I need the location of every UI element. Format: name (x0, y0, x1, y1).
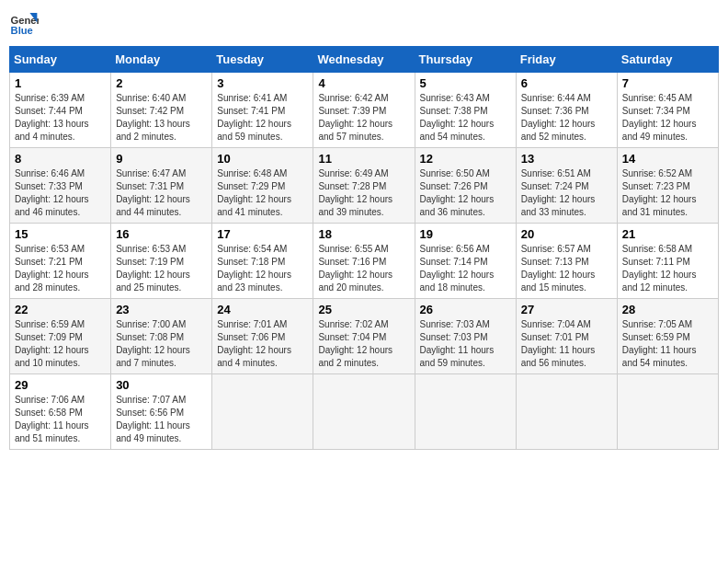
column-header-thursday: Thursday (415, 47, 516, 73)
column-header-saturday: Saturday (617, 47, 718, 73)
day-number: 17 (217, 227, 308, 241)
day-detail: Sunrise: 6:40 AMSunset: 7:42 PMDaylight:… (116, 92, 207, 144)
day-detail: Sunrise: 7:05 AMSunset: 6:59 PMDaylight:… (622, 318, 713, 370)
day-detail: Sunrise: 7:06 AMSunset: 6:58 PMDaylight:… (15, 394, 106, 445)
day-cell-4: 4Sunrise: 6:42 AMSunset: 7:39 PMDaylight… (313, 73, 415, 148)
day-detail: Sunrise: 7:03 AMSunset: 7:03 PMDaylight:… (420, 318, 511, 370)
day-cell-27: 27Sunrise: 7:04 AMSunset: 7:01 PMDayligh… (516, 299, 617, 374)
day-number: 5 (420, 76, 511, 90)
day-cell-6: 6Sunrise: 6:44 AMSunset: 7:36 PMDaylight… (516, 73, 617, 148)
day-detail: Sunrise: 6:48 AMSunset: 7:29 PMDaylight:… (217, 167, 308, 219)
day-cell-29: 29Sunrise: 7:06 AMSunset: 6:58 PMDayligh… (10, 374, 111, 450)
day-detail: Sunrise: 6:45 AMSunset: 7:34 PMDaylight:… (622, 92, 713, 144)
day-detail: Sunrise: 6:54 AMSunset: 7:18 PMDaylight:… (217, 243, 308, 294)
day-number: 14 (622, 152, 713, 166)
day-number: 6 (521, 76, 612, 90)
day-cell-7: 7Sunrise: 6:45 AMSunset: 7:34 PMDaylight… (617, 73, 718, 148)
day-cell-15: 15Sunrise: 6:53 AMSunset: 7:21 PMDayligh… (10, 224, 111, 299)
day-detail: Sunrise: 6:51 AMSunset: 7:24 PMDaylight:… (521, 167, 612, 219)
day-number: 25 (318, 303, 409, 316)
day-detail: Sunrise: 6:44 AMSunset: 7:36 PMDaylight:… (521, 92, 612, 144)
day-number: 26 (420, 303, 511, 316)
day-cell-28: 28Sunrise: 7:05 AMSunset: 6:59 PMDayligh… (617, 299, 718, 374)
day-cell-16: 16Sunrise: 6:53 AMSunset: 7:19 PMDayligh… (111, 224, 212, 299)
day-number: 23 (116, 303, 207, 316)
day-cell-2: 2Sunrise: 6:40 AMSunset: 7:42 PMDaylight… (111, 73, 212, 148)
day-number: 12 (420, 152, 511, 166)
week-row-5: 29Sunrise: 7:06 AMSunset: 6:58 PMDayligh… (10, 374, 719, 450)
day-number: 2 (116, 76, 207, 90)
week-row-1: 1Sunrise: 6:39 AMSunset: 7:44 PMDaylight… (10, 73, 719, 148)
day-number: 1 (15, 76, 106, 90)
day-detail: Sunrise: 6:42 AMSunset: 7:39 PMDaylight:… (318, 92, 409, 144)
day-detail: Sunrise: 6:41 AMSunset: 7:41 PMDaylight:… (217, 92, 308, 144)
column-header-wednesday: Wednesday (313, 47, 415, 73)
day-cell-20: 20Sunrise: 6:57 AMSunset: 7:13 PMDayligh… (516, 224, 617, 299)
empty-cell (516, 374, 617, 450)
day-number: 4 (318, 76, 409, 90)
day-detail: Sunrise: 7:00 AMSunset: 7:08 PMDaylight:… (116, 318, 207, 370)
day-cell-9: 9Sunrise: 6:47 AMSunset: 7:31 PMDaylight… (111, 148, 212, 224)
empty-cell (212, 374, 313, 450)
column-header-monday: Monday (111, 47, 212, 73)
day-detail: Sunrise: 6:43 AMSunset: 7:38 PMDaylight:… (420, 92, 511, 144)
day-number: 22 (15, 303, 106, 316)
day-cell-24: 24Sunrise: 7:01 AMSunset: 7:06 PMDayligh… (212, 299, 313, 374)
day-number: 8 (15, 152, 106, 166)
day-number: 27 (521, 303, 612, 316)
day-detail: Sunrise: 6:47 AMSunset: 7:31 PMDaylight:… (116, 167, 207, 219)
day-number: 10 (217, 152, 308, 166)
day-cell-23: 23Sunrise: 7:00 AMSunset: 7:08 PMDayligh… (111, 299, 212, 374)
day-detail: Sunrise: 6:52 AMSunset: 7:23 PMDaylight:… (622, 167, 713, 219)
day-number: 21 (622, 227, 713, 241)
day-detail: Sunrise: 6:50 AMSunset: 7:26 PMDaylight:… (420, 167, 511, 219)
day-detail: Sunrise: 7:07 AMSunset: 6:56 PMDaylight:… (116, 394, 207, 445)
page-header: General Blue (9, 9, 719, 39)
week-row-3: 15Sunrise: 6:53 AMSunset: 7:21 PMDayligh… (10, 224, 719, 299)
day-detail: Sunrise: 7:02 AMSunset: 7:04 PMDaylight:… (318, 318, 409, 370)
week-row-2: 8Sunrise: 6:46 AMSunset: 7:33 PMDaylight… (10, 148, 719, 224)
day-cell-3: 3Sunrise: 6:41 AMSunset: 7:41 PMDaylight… (212, 73, 313, 148)
day-cell-5: 5Sunrise: 6:43 AMSunset: 7:38 PMDaylight… (415, 73, 516, 148)
day-number: 28 (622, 303, 713, 316)
empty-cell (313, 374, 415, 450)
logo: General Blue (9, 9, 39, 39)
day-number: 9 (116, 152, 207, 166)
day-detail: Sunrise: 7:01 AMSunset: 7:06 PMDaylight:… (217, 318, 308, 370)
day-detail: Sunrise: 6:46 AMSunset: 7:33 PMDaylight:… (15, 167, 106, 219)
day-number: 30 (116, 378, 207, 392)
column-header-sunday: Sunday (10, 47, 111, 73)
day-detail: Sunrise: 6:53 AMSunset: 7:21 PMDaylight:… (15, 243, 106, 294)
day-detail: Sunrise: 6:39 AMSunset: 7:44 PMDaylight:… (15, 92, 106, 144)
svg-text:Blue: Blue (11, 25, 33, 36)
day-detail: Sunrise: 6:49 AMSunset: 7:28 PMDaylight:… (318, 167, 409, 219)
day-cell-12: 12Sunrise: 6:50 AMSunset: 7:26 PMDayligh… (415, 148, 516, 224)
day-cell-8: 8Sunrise: 6:46 AMSunset: 7:33 PMDaylight… (10, 148, 111, 224)
day-detail: Sunrise: 6:59 AMSunset: 7:09 PMDaylight:… (15, 318, 106, 370)
empty-cell (415, 374, 516, 450)
day-cell-26: 26Sunrise: 7:03 AMSunset: 7:03 PMDayligh… (415, 299, 516, 374)
day-cell-22: 22Sunrise: 6:59 AMSunset: 7:09 PMDayligh… (10, 299, 111, 374)
week-row-4: 22Sunrise: 6:59 AMSunset: 7:09 PMDayligh… (10, 299, 719, 374)
day-detail: Sunrise: 6:57 AMSunset: 7:13 PMDaylight:… (521, 243, 612, 294)
day-cell-13: 13Sunrise: 6:51 AMSunset: 7:24 PMDayligh… (516, 148, 617, 224)
day-cell-30: 30Sunrise: 7:07 AMSunset: 6:56 PMDayligh… (111, 374, 212, 450)
day-number: 3 (217, 76, 308, 90)
day-number: 20 (521, 227, 612, 241)
day-number: 13 (521, 152, 612, 166)
day-number: 15 (15, 227, 106, 241)
day-cell-10: 10Sunrise: 6:48 AMSunset: 7:29 PMDayligh… (212, 148, 313, 224)
day-cell-19: 19Sunrise: 6:56 AMSunset: 7:14 PMDayligh… (415, 224, 516, 299)
column-header-tuesday: Tuesday (212, 47, 313, 73)
calendar-table: SundayMondayTuesdayWednesdayThursdayFrid… (9, 46, 719, 450)
day-detail: Sunrise: 7:04 AMSunset: 7:01 PMDaylight:… (521, 318, 612, 370)
day-number: 19 (420, 227, 511, 241)
column-header-friday: Friday (516, 47, 617, 73)
day-detail: Sunrise: 6:53 AMSunset: 7:19 PMDaylight:… (116, 243, 207, 294)
logo-icon: General Blue (9, 9, 39, 39)
day-cell-14: 14Sunrise: 6:52 AMSunset: 7:23 PMDayligh… (617, 148, 718, 224)
day-number: 11 (318, 152, 409, 166)
day-number: 16 (116, 227, 207, 241)
day-cell-21: 21Sunrise: 6:58 AMSunset: 7:11 PMDayligh… (617, 224, 718, 299)
day-number: 24 (217, 303, 308, 316)
